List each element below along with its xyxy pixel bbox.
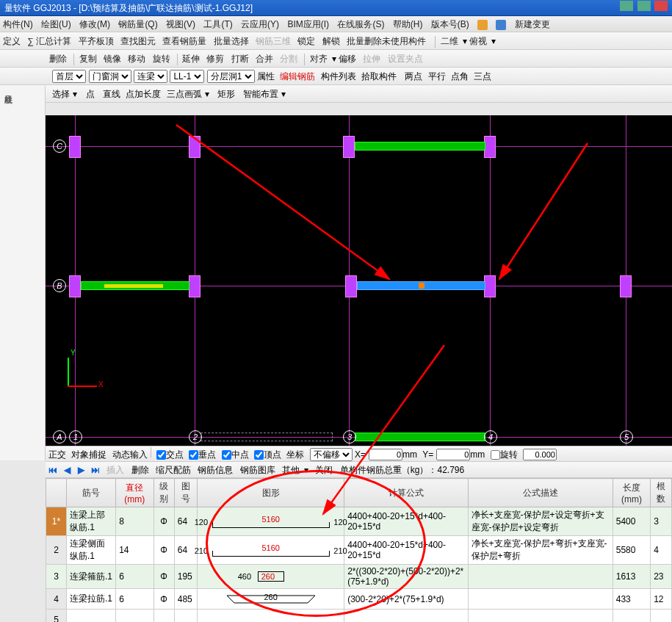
beam-green[interactable] [355, 433, 485, 441]
btn-hb[interactable]: 合并 [256, 50, 273, 68]
layer-select[interactable]: 分层洞1 [207, 70, 255, 83]
column[interactable] [620, 275, 632, 297]
column[interactable] [69, 275, 81, 297]
btn-dd[interactable]: 打断 [231, 50, 249, 68]
table-row[interactable]: 1* 连梁上部纵筋.1 8 Φ 64 1205160120 4400+400-2… [46, 507, 672, 536]
menu-st[interactable]: 视图(V) [166, 19, 195, 29]
btn-bjgj[interactable]: 编辑钢筋 [280, 71, 315, 82]
snap-zj[interactable]: 正交 [48, 449, 66, 460]
btn-ew[interactable]: 二维 [441, 32, 458, 50]
icon2-icon[interactable] [496, 20, 506, 30]
cell-gs[interactable]: 3 [651, 507, 672, 536]
first-icon[interactable]: ⏮ [48, 465, 57, 475]
beam-blue-selected[interactable] [357, 281, 485, 290]
chk-dd[interactable] [254, 450, 264, 460]
btn-xj[interactable]: 修剪 [206, 50, 224, 68]
dropdown-icon[interactable]: ▾ [491, 36, 496, 46]
snap-dxbz[interactable]: 对象捕捉 [71, 449, 106, 460]
icon1-icon[interactable] [477, 20, 488, 30]
cell-cd[interactable]: 5400 [613, 507, 650, 536]
th-gsms[interactable]: 公式描述 [468, 479, 613, 507]
btn-fs[interactable]: 俯视 [469, 32, 487, 50]
column[interactable] [345, 275, 357, 297]
cell-zj[interactable]: 6 [116, 565, 153, 589]
cat-select[interactable]: 门窗洞 [89, 70, 131, 83]
cell-jsgs[interactable]: 4400+400-20+15*d+400-20+15*d [344, 507, 468, 536]
menu-bbh[interactable]: 版本号(B) [431, 19, 469, 29]
row-index[interactable]: 4 [46, 589, 67, 610]
cell-cd[interactable]: 5580 [613, 536, 650, 565]
th-jh[interactable]: 筋号 [67, 479, 116, 507]
inst-select[interactable]: LL-1 [170, 70, 204, 83]
dropdown-icon[interactable]: ▾ [205, 89, 209, 99]
btn-ckgjl[interactable]: 查看钢筋量 [162, 32, 206, 50]
cell-jsgs[interactable]: 2*((300-2*20)+(500-2*20))+2*(75+1.9*d) [344, 565, 468, 589]
btn-gjtk[interactable]: 钢筋图库 [240, 465, 275, 475]
btn-js[interactable]: 解锁 [322, 32, 340, 50]
menu-yy[interactable]: 云应用(Y) [241, 19, 279, 29]
menu-ht[interactable]: 绘图(U) [41, 19, 71, 29]
cell-jsgs[interactable]: 4400+400-20+15*d+400-20+15*d [344, 536, 468, 565]
prev-icon[interactable]: ◀ [64, 465, 71, 475]
cell-gs[interactable]: 23 [651, 565, 672, 589]
close-icon[interactable] [654, 1, 668, 11]
drawing-canvas[interactable]: C B A 1 2 3 4 5 YX [46, 115, 672, 446]
column[interactable] [69, 136, 81, 158]
chk-jd[interactable] [156, 450, 166, 460]
beam-yellow[interactable] [104, 284, 163, 288]
table-row[interactable]: 3 连梁箍筋.1 6 Φ 195 460260 2*((300-2*20)+(5… [46, 565, 672, 589]
dropdown-icon[interactable]: ▾ [281, 89, 286, 99]
cell-shape[interactable]: 260 [198, 589, 344, 610]
cell-jb[interactable]: Φ [153, 589, 174, 610]
cell-gsms[interactable]: 净长+支座宽-保护层+弯折+支座宽-保护层+弯折 [468, 536, 613, 565]
column[interactable] [484, 136, 496, 158]
cell-zj[interactable]: 8 [116, 507, 153, 536]
chk-cd[interactable] [189, 450, 198, 460]
cell-jh[interactable]: 连梁侧面纵筋.1 [67, 536, 116, 565]
cell-th[interactable]: 485 [174, 589, 197, 610]
cell-cd[interactable]: 1613 [613, 565, 650, 589]
btn-ld[interactable]: 两点 [405, 71, 422, 82]
cell-jsgs[interactable]: (300-2*20)+2*(75+1.9*d) [344, 589, 468, 610]
table-row[interactable]: 2 连梁侧面纵筋.1 14 Φ 64 2105160210 4400+400-2… [46, 536, 672, 565]
btn-point[interactable]: 点 [86, 89, 95, 99]
column[interactable] [189, 275, 200, 297]
row-index[interactable]: 1* [46, 507, 67, 536]
menu-bz[interactable]: 帮助(H) [393, 19, 423, 29]
cell-cd[interactable]: 433 [613, 589, 650, 610]
dropdown-icon[interactable]: ▾ [332, 54, 336, 64]
btn-plxz[interactable]: 批量选择 [214, 32, 249, 50]
cell-jh[interactable]: 连梁箍筋.1 [67, 565, 116, 589]
menu-gjl[interactable]: 钢筋量(Q) [118, 19, 157, 29]
btn-sd[interactable]: 锁定 [297, 32, 315, 50]
th-tx[interactable]: 图形 [198, 479, 344, 507]
cell-jb[interactable]: Φ [153, 507, 174, 536]
th-jb[interactable]: 级别 [153, 479, 174, 507]
cell-gsms[interactable]: 净长+支座宽-保护层+设定弯折+支座宽-保护层+设定弯折 [468, 507, 613, 536]
btn-gjxx[interactable]: 钢筋信息 [198, 465, 233, 475]
btn-dq[interactable]: 对齐 [310, 50, 328, 68]
btn-select[interactable]: 选择 [52, 89, 70, 99]
menu-gj[interactable]: 构件(N) [3, 19, 33, 29]
btn-fz[interactable]: 复制 [79, 50, 97, 68]
offset-select[interactable]: 不偏移 [310, 448, 353, 461]
cell-jh[interactable]: 连梁上部纵筋.1 [67, 507, 116, 536]
last-icon[interactable]: ⏭ [91, 465, 100, 475]
btn-spj[interactable]: 缩尺配筋 [156, 465, 191, 475]
beam-outline[interactable] [200, 433, 333, 441]
cell-jb[interactable]: Φ [153, 565, 174, 589]
btn-px[interactable]: 平行 [428, 71, 446, 82]
btn-plsc[interactable]: 批量删除未使用构件 [347, 32, 426, 50]
btn-close[interactable]: 关闭 [315, 465, 333, 475]
btn-sx[interactable]: 属性 [257, 71, 275, 82]
cell-gs[interactable]: 4 [651, 536, 672, 565]
th-th[interactable]: 图号 [174, 479, 197, 507]
btn-xz[interactable]: 旋转 [153, 50, 170, 68]
maximize-icon[interactable] [637, 1, 651, 11]
btn-gjlb[interactable]: 构件列表 [321, 71, 356, 82]
cell-zj[interactable]: 6 [116, 589, 153, 610]
rot-input[interactable] [523, 449, 557, 460]
type-select[interactable]: 连梁 [134, 70, 167, 83]
row-index[interactable]: 2 [46, 536, 67, 565]
dropdown-icon[interactable]: ▾ [304, 465, 308, 475]
